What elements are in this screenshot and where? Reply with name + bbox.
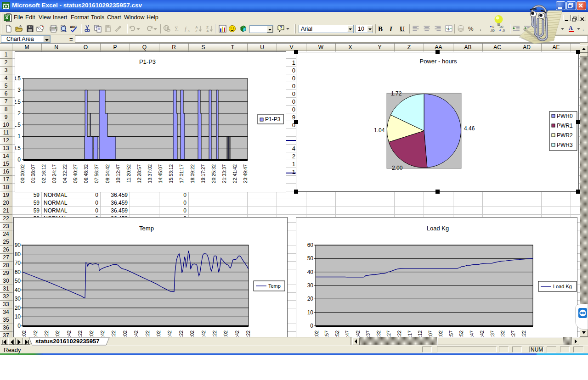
svg-text:40: 40: [307, 269, 314, 275]
svg-text:21:33:37: 21:33:37: [221, 164, 227, 183]
svg-text:00:00:02: 00:00:02: [438, 330, 443, 337]
svg-text:.00: .00: [490, 29, 495, 32]
svg-text:00:00:17: 00:00:17: [407, 330, 413, 337]
svg-text:05:40:27: 05:40:27: [73, 164, 78, 183]
svg-text:00:00:22: 00:00:22: [111, 330, 116, 337]
svg-text:00:00:22: 00:00:22: [396, 330, 402, 337]
svg-text:3: 3: [17, 87, 21, 93]
svg-text:13:37:02: 13:37:02: [147, 164, 153, 183]
svg-text:,: ,: [582, 26, 584, 31]
svg-text:?: ?: [280, 25, 283, 30]
svg-text:00:00:12: 00:00:12: [417, 330, 423, 337]
svg-text:00:00:27: 00:00:27: [510, 330, 516, 337]
svg-text:00:00:02: 00:00:02: [156, 330, 161, 337]
svg-text:00:00:42: 00:00:42: [133, 330, 139, 337]
svg-text:0: 0: [17, 323, 21, 329]
svg-text:00:00:22: 00:00:22: [245, 330, 251, 337]
svg-text:04:32:22: 04:32:22: [62, 164, 68, 183]
svg-text:PWR1: PWR1: [557, 123, 573, 129]
svg-text:00:00:02: 00:00:02: [21, 330, 27, 337]
svg-text:06:48:32: 06:48:32: [83, 164, 89, 183]
svg-text:00:00:22: 00:00:22: [77, 330, 83, 337]
svg-text:14:45:07: 14:45:07: [158, 164, 163, 183]
svg-text:12:28:57: 12:28:57: [136, 164, 142, 183]
svg-text:PWR3: PWR3: [557, 142, 573, 148]
svg-text:00:00:02: 00:00:02: [89, 330, 94, 337]
svg-text:00:00:57: 00:00:57: [448, 330, 454, 337]
svg-text:01:08:07: 01:08:07: [30, 164, 36, 183]
svg-text:4.46: 4.46: [464, 125, 475, 132]
svg-text:03:24:17: 03:24:17: [51, 164, 57, 183]
svg-text:A: A: [569, 25, 573, 31]
svg-text:20:25:32: 20:25:32: [211, 164, 216, 183]
svg-text:PWR2: PWR2: [557, 132, 573, 139]
svg-text:3.5: 3.5: [15, 75, 21, 82]
svg-text:20: 20: [307, 296, 314, 302]
svg-text:50: 50: [307, 255, 314, 262]
svg-text:Power - hours: Power - hours: [420, 58, 457, 65]
svg-text:x: x: [187, 28, 190, 33]
svg-text:Temp: Temp: [268, 283, 281, 289]
svg-text:.0: .0: [502, 29, 505, 32]
svg-text:0: 0: [17, 156, 21, 163]
svg-text:00:00:42: 00:00:42: [66, 330, 72, 337]
svg-text:02:16:12: 02:16:12: [41, 164, 46, 183]
svg-text:00:00:07: 00:00:07: [428, 330, 433, 337]
svg-text:00:00:42: 00:00:42: [100, 330, 105, 337]
svg-text:00:00:42: 00:00:42: [355, 330, 361, 337]
svg-text:00:00:52: 00:00:52: [334, 330, 340, 337]
svg-text:00:00:02: 00:00:02: [122, 330, 128, 337]
svg-text:f: f: [185, 25, 187, 32]
svg-text:00:00:22: 00:00:22: [44, 330, 49, 337]
svg-text:a: a: [447, 27, 450, 31]
svg-text:1.04: 1.04: [374, 127, 385, 134]
svg-text:1: 1: [17, 133, 21, 140]
svg-text:00:00:42: 00:00:42: [479, 330, 485, 337]
svg-text:11:20:52: 11:20:52: [126, 164, 131, 183]
svg-text:Load Kg: Load Kg: [427, 225, 449, 232]
svg-text:00:00:47: 00:00:47: [469, 330, 475, 337]
svg-text:20: 20: [15, 305, 21, 311]
svg-text:2.00: 2.00: [392, 165, 403, 171]
svg-text:80: 80: [15, 251, 21, 257]
svg-text:00:00:22: 00:00:22: [212, 330, 217, 337]
svg-text:10: 10: [307, 309, 314, 316]
svg-text:10:12:47: 10:12:47: [115, 164, 121, 183]
svg-text:00:00:42: 00:00:42: [167, 330, 172, 337]
svg-text:P1-P3: P1-P3: [139, 58, 156, 65]
svg-text:30: 30: [307, 282, 314, 289]
svg-text:00:00:02: 00:00:02: [189, 330, 195, 337]
svg-text:Temp: Temp: [139, 225, 154, 232]
svg-text:22:41:42: 22:41:42: [232, 164, 237, 183]
svg-text:15:53:12: 15:53:12: [168, 164, 174, 183]
svg-text:2.5: 2.5: [15, 99, 21, 105]
svg-text:00:00:37: 00:00:37: [365, 330, 371, 337]
svg-text:50: 50: [15, 278, 21, 284]
svg-text:1.72: 1.72: [391, 90, 402, 97]
svg-text:Load Kg: Load Kg: [553, 284, 572, 289]
svg-text:70: 70: [15, 260, 21, 266]
svg-text:90: 90: [15, 242, 21, 248]
svg-text:00:00:02: 00:00:02: [223, 330, 228, 337]
svg-text:00:00:27: 00:00:27: [386, 330, 391, 337]
svg-text:P1-P3: P1-P3: [265, 116, 281, 123]
svg-text:PWR0: PWR0: [557, 113, 573, 119]
svg-text:23:49:47: 23:49:47: [243, 164, 248, 183]
svg-text:19:17:27: 19:17:27: [200, 164, 206, 183]
svg-text:00:00:52: 00:00:52: [458, 330, 464, 337]
svg-text:00:00:42: 00:00:42: [33, 330, 38, 337]
svg-text:,: ,: [480, 25, 481, 32]
svg-text:0: 0: [310, 323, 313, 329]
svg-text:00:00:22: 00:00:22: [145, 330, 150, 337]
svg-text:Σ: Σ: [175, 25, 179, 33]
svg-text:00:00:57: 00:00:57: [324, 330, 329, 337]
svg-text:00:00:42: 00:00:42: [234, 330, 240, 337]
svg-text:2: 2: [17, 110, 21, 117]
svg-text:60: 60: [307, 242, 314, 248]
svg-text:Z: Z: [195, 29, 198, 33]
svg-text:17:01:17: 17:01:17: [179, 164, 184, 183]
svg-text:07:56:37: 07:56:37: [94, 164, 99, 183]
svg-text:00:00:02: 00:00:02: [55, 330, 60, 337]
svg-text:00:00:22: 00:00:22: [178, 330, 184, 337]
svg-text:09:04:42: 09:04:42: [105, 164, 110, 183]
